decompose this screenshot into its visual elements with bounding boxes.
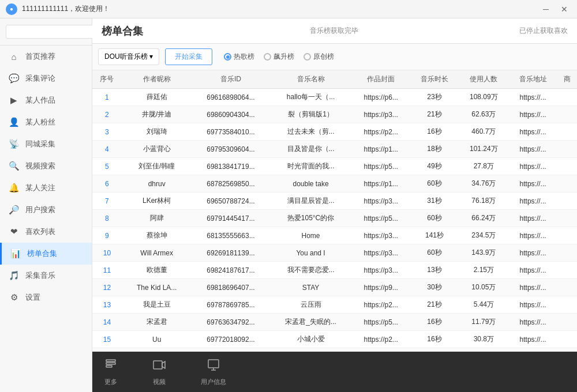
- table-cell: [557, 158, 577, 175]
- table-row[interactable]: 10Will Armex69269181139...You and Ihttps…: [92, 244, 577, 262]
- table-cell: 101.24万: [459, 141, 508, 158]
- table-row[interactable]: 6dhruv68782569850...double takehttps://p…: [92, 175, 577, 193]
- table-row[interactable]: 5刘至佳/韩瞳69813841719...时光背面的我...https://p5…: [92, 158, 577, 175]
- sidebar-item-charts[interactable]: 📊榜单合集: [0, 243, 92, 265]
- table-cell: 云压雨: [269, 296, 351, 314]
- table-cell: 2: [92, 106, 122, 123]
- col-header: 音乐时长: [410, 70, 459, 89]
- table-cell: [557, 279, 577, 296]
- title-bar: ● 111111111111，欢迎使用！ ─ ✕: [0, 0, 577, 18]
- sidebar-item-person-follow[interactable]: 🔔某人关注: [0, 177, 92, 199]
- table-cell: 小城小爱: [269, 331, 351, 348]
- table-cell: https://p3...: [352, 193, 410, 210]
- sidebar-item-collect-music[interactable]: 🎵采集音乐: [0, 265, 92, 287]
- sidebar-item-comment[interactable]: 💬采集评论: [0, 67, 92, 89]
- table-cell: 16秒: [410, 331, 459, 348]
- table-cell: 30.8万: [459, 331, 508, 348]
- table-cell: 热爱105°C的你: [269, 210, 351, 227]
- sidebar-item-user-search[interactable]: 🔎用户搜索: [0, 199, 92, 221]
- col-header: 作品封面: [352, 70, 410, 89]
- table-cell: 69772018092...: [192, 331, 270, 348]
- table-row[interactable]: 2井胧/井迪69860904304...裂（剪辑版1）https://p3...…: [92, 106, 577, 123]
- table-row[interactable]: 14宋孟君69763634792...宋孟君_失眠的...https://p5.…: [92, 314, 577, 331]
- status-message: 音乐榜获取完毕: [155, 26, 514, 36]
- table-cell: 我是土豆: [122, 296, 192, 314]
- table-cell: 井胧/井迪: [122, 106, 192, 123]
- table-cell: [557, 331, 577, 348]
- table-cell: 1: [92, 89, 122, 106]
- table-cell: Home: [269, 227, 351, 244]
- table-cell: [557, 314, 577, 331]
- table-cell: https://p2...: [352, 331, 410, 348]
- bottom-nav-video[interactable]: 视频: [152, 358, 166, 386]
- svg-rect-1: [106, 363, 115, 364]
- table-row[interactable]: 8阿肆69791445417...热爱105°C的你https://p5...6…: [92, 210, 577, 227]
- table-cell: LKer林柯: [122, 193, 192, 210]
- table-cell: 30秒: [410, 279, 459, 296]
- table-cell: 69763634792...: [192, 314, 270, 331]
- close-button[interactable]: ✕: [557, 4, 571, 14]
- table-row[interactable]: 1薛廷佑69616898064...hallo每一天（...https://p6…: [92, 89, 577, 106]
- more-icon: [104, 358, 118, 375]
- table-row[interactable]: 15Uu69772018092...小城小爱https://p2...16秒30…: [92, 331, 577, 348]
- table-cell: You and I: [269, 244, 351, 262]
- table-cell: 21秒: [410, 296, 459, 314]
- bottom-nav-more[interactable]: 更多: [104, 358, 118, 386]
- table-cell: https://...: [508, 331, 557, 348]
- table-row[interactable]: 12The Kid LA...69818696407...STAYhttps:/…: [92, 279, 577, 296]
- table-cell: 13: [92, 296, 122, 314]
- table-cell: The Kid LA...: [122, 279, 192, 296]
- table-cell: https://p5...: [352, 210, 410, 227]
- col-header: 音乐地址: [508, 70, 557, 89]
- radio-original[interactable]: 原创榜: [304, 52, 334, 62]
- sidebar-item-local-collect[interactable]: 📡同城采集: [0, 133, 92, 155]
- sidebar-item-home[interactable]: ⌂首页推荐: [0, 46, 92, 67]
- table-cell: [557, 123, 577, 141]
- table-cell: https://...: [508, 175, 557, 193]
- start-collect-button[interactable]: 开始采集: [165, 48, 212, 65]
- sidebar-item-person-works[interactable]: ▶某人作品: [0, 89, 92, 111]
- table-cell: 10: [92, 244, 122, 262]
- table-row[interactable]: 3刘瑞琦69773584010...过去未来（剪...https://p2...…: [92, 123, 577, 141]
- table-header: 序号作者昵称音乐ID音乐名称作品封面音乐时长使用人数音乐地址商: [92, 70, 577, 89]
- search-input[interactable]: [6, 25, 103, 39]
- table-cell: 108.09万: [459, 89, 508, 106]
- table-cell: 4: [92, 141, 122, 158]
- svg-rect-2: [106, 365, 112, 367]
- svg-marker-4: [162, 361, 165, 368]
- table-cell: 27.8万: [459, 158, 508, 175]
- table-row[interactable]: 13我是土豆69787869785...云压雨https://p2...21秒5…: [92, 296, 577, 314]
- table-cell: 69773584010...: [192, 123, 270, 141]
- radio-original-dot: [304, 53, 311, 61]
- nav-menu: ⌂首页推荐💬采集评论▶某人作品👤某人粉丝📡同城采集🔍视频搜索🔔某人关注🔎用户搜索…: [0, 46, 92, 308]
- col-header: 序号: [92, 70, 122, 89]
- table-cell: 234.5万: [459, 227, 508, 244]
- table-cell: 小蓝背心: [122, 141, 192, 158]
- sidebar-item-settings[interactable]: ⚙设置: [0, 287, 92, 308]
- table-row[interactable]: 4小蓝背心69795309604...目及皆是你（...https://p1..…: [92, 141, 577, 158]
- chart-dropdown[interactable]: DOU听音乐榜 ▾: [98, 48, 159, 65]
- table-row[interactable]: 11欧德董69824187617...我不需要恋爱...https://p3..…: [92, 262, 577, 279]
- table-cell: 7: [92, 193, 122, 210]
- table-cell: 16秒: [410, 123, 459, 141]
- radio-hot[interactable]: 热歌榜: [224, 52, 254, 62]
- sidebar-item-video-search[interactable]: 🔍视频搜索: [0, 155, 92, 177]
- table-row[interactable]: 9蔡徐坤68135555663...Homehttps://p3...141秒2…: [92, 227, 577, 244]
- table-cell: https://p5...: [352, 314, 410, 331]
- table-cell: double take: [269, 175, 351, 193]
- local-collect-icon: 📡: [8, 139, 20, 149]
- table-cell: [557, 262, 577, 279]
- table-cell: 69787869785...: [192, 296, 270, 314]
- table-cell: 68782569850...: [192, 175, 270, 193]
- sidebar-item-favorites[interactable]: ❤喜欢列表: [0, 221, 92, 243]
- table-cell: 31秒: [410, 193, 459, 210]
- bottom-nav-userinfo[interactable]: 用户信息: [201, 358, 226, 386]
- table-row[interactable]: 7LKer林柯69650788724...满目星辰皆是...https://p3…: [92, 193, 577, 210]
- table-cell: 刘至佳/韩瞳: [122, 158, 192, 175]
- table-cell: 我不需要恋爱...: [269, 262, 351, 279]
- minimize-button[interactable]: ─: [539, 4, 553, 14]
- sidebar-item-person-fans[interactable]: 👤某人粉丝: [0, 111, 92, 133]
- radio-rising[interactable]: 飙升榜: [264, 52, 294, 62]
- settings-icon: ⚙: [8, 292, 20, 303]
- table-cell: hallo每一天（...: [269, 89, 351, 106]
